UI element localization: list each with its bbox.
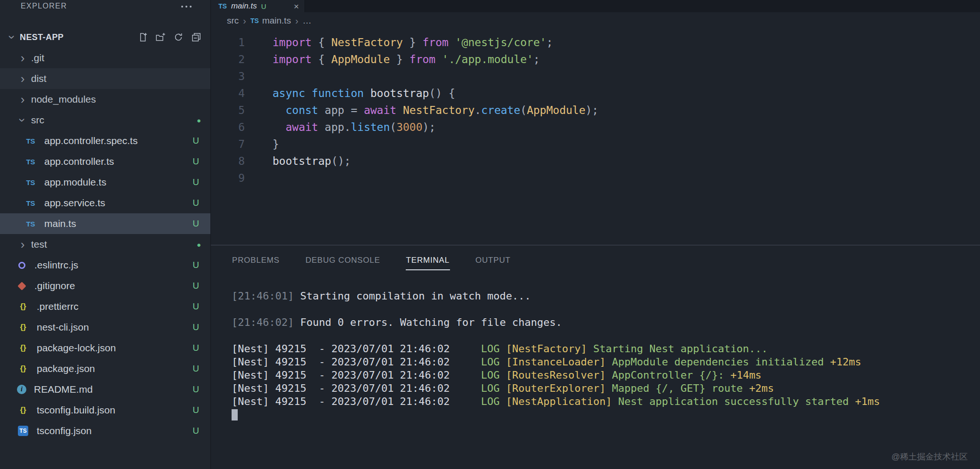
line-number[interactable]: 6: [211, 119, 245, 136]
line-number[interactable]: 4: [211, 85, 245, 102]
terminal-text-segment: AppModule dependencies initialized: [612, 356, 830, 368]
tree-file-app.service.ts[interactable]: TSapp.service.tsU: [0, 193, 210, 213]
json-file-icon: {}: [17, 323, 29, 332]
tab-label: main.ts: [231, 1, 257, 11]
code-token: (: [520, 104, 527, 116]
terminal-text-segment: [21:46:02]: [232, 316, 300, 328]
code-line-4[interactable]: 4async function bootstrap() {: [211, 85, 980, 102]
tree-folder-node_modules[interactable]: ›node_modules: [0, 89, 210, 110]
collapse-folders-icon[interactable]: [192, 32, 201, 42]
code-line-6[interactable]: 6 await app.listen(3000);: [211, 119, 980, 136]
git-untracked-badge: U: [191, 218, 201, 229]
code-token: bootstrap: [370, 87, 429, 99]
panel-tab-output[interactable]: OUTPUT: [475, 251, 511, 270]
code-token: }: [390, 53, 410, 65]
terminal-line-8: [Nest] 49215 - 2023/07/01 21:46:02 LOG […: [232, 382, 980, 395]
tree-file-.eslintrc.js[interactable]: .eslintrc.jsU: [0, 255, 210, 275]
git-untracked-badge: U: [191, 198, 201, 208]
terminal-line-4: [232, 329, 980, 342]
tree-file-package-lock.json[interactable]: {}package-lock.jsonU: [0, 338, 210, 358]
code-token: create: [481, 104, 520, 116]
breadcrumb-ellipsis[interactable]: …: [303, 16, 312, 26]
new-file-icon[interactable]: [138, 32, 147, 42]
terminal-text-segment: LOG: [481, 382, 506, 394]
tab-main-ts[interactable]: TS main.ts U ×: [211, 0, 305, 12]
vscode-window: EXPLORER › NEST-APP ›.git›dist›n: [0, 0, 980, 469]
code-line-9[interactable]: 9: [211, 170, 980, 186]
ts-file-icon: TS: [24, 220, 37, 228]
line-number[interactable]: 3: [211, 68, 245, 85]
terminal-text-segment: [Nest] 49215 - 2023/07/01 21:46:02: [232, 343, 481, 355]
tree-item-label: .git: [31, 52, 44, 64]
tree-file-tsconfig.build.json[interactable]: {}tsconfig.build.jsonU: [0, 400, 210, 420]
code-line-2[interactable]: 2import { AppModule } from './app.module…: [211, 51, 980, 68]
tree-item-label: test: [31, 239, 47, 250]
git-untracked-badge: U: [191, 136, 201, 146]
tree-item-label: app.controller.spec.ts: [44, 135, 137, 146]
tree-file-.prettierrc[interactable]: {}.prettierrcU: [0, 296, 210, 317]
tree-file-.gitignore[interactable]: .gitignoreU: [0, 275, 210, 296]
code-token: bootstrap: [273, 155, 331, 167]
terminal-text-segment: Nest application successfully started: [618, 396, 855, 407]
tree-file-main.ts[interactable]: TSmain.tsU: [0, 213, 210, 234]
tree-item-label: tsconfig.build.json: [37, 404, 115, 416]
line-number[interactable]: 1: [211, 34, 245, 51]
code-line-8[interactable]: 8bootstrap();: [211, 153, 980, 170]
breadcrumb-item-src[interactable]: src: [227, 16, 239, 26]
tree-file-app.module.ts[interactable]: TSapp.module.tsU: [0, 172, 210, 193]
code-token: './app.module': [442, 53, 533, 65]
terminal-text-segment: +14ms: [731, 369, 762, 381]
tree-folder-test[interactable]: ›test●: [0, 234, 210, 255]
tree-item-label: app.controller.ts: [44, 156, 114, 167]
line-number[interactable]: 9: [211, 170, 245, 186]
code-editor[interactable]: 1import { NestFactory } from '@nestjs/co…: [211, 29, 980, 245]
explorer-title: EXPLORER: [21, 2, 67, 10]
code-line-content: const app = await NestFactory.create(App…: [245, 102, 598, 119]
terminal-text-segment: Found 0 errors. Watching for file change…: [300, 316, 562, 328]
line-number[interactable]: 8: [211, 153, 245, 170]
terminal-text-segment: [Nest] 49215 - 2023/07/01 21:46:02: [232, 396, 481, 407]
tree-folder-.git[interactable]: ›.git: [0, 48, 210, 68]
json-file-icon: {}: [17, 302, 29, 311]
ts-file-icon: TS: [218, 2, 227, 10]
code-line-7[interactable]: 7}: [211, 136, 980, 153]
code-line-3[interactable]: 3: [211, 68, 980, 85]
refresh-icon[interactable]: [174, 32, 183, 42]
tree-file-README.md[interactable]: iREADME.mdU: [0, 379, 210, 400]
panel-tab-terminal[interactable]: TERMINAL: [406, 251, 450, 270]
terminal-line-9: [Nest] 49215 - 2023/07/01 21:46:02 LOG […: [232, 395, 980, 408]
git-untracked-badge: U: [191, 281, 201, 291]
code-line-1[interactable]: 1import { NestFactory } from '@nestjs/co…: [211, 34, 980, 51]
code-token: async: [273, 87, 305, 99]
tree-file-package.json[interactable]: {}package.jsonU: [0, 358, 210, 379]
editor-tab-bar: TS main.ts U ×: [211, 0, 980, 12]
tree-file-nest-cli.json[interactable]: {}nest-cli.jsonU: [0, 317, 210, 338]
tree-folder-dist[interactable]: ›dist: [0, 68, 210, 89]
line-number[interactable]: 2: [211, 51, 245, 68]
workspace-header[interactable]: › NEST-APP: [0, 27, 210, 48]
tree-file-tsconfig.json[interactable]: TStsconfig.jsonU: [0, 420, 210, 441]
new-folder-icon[interactable]: [156, 32, 165, 42]
panel-tab-debug-console[interactable]: DEBUG CONSOLE: [305, 251, 381, 270]
tree-folder-src[interactable]: ›src●: [0, 110, 210, 130]
panel-tab-problems[interactable]: PROBLEMS: [232, 251, 280, 270]
line-number[interactable]: 5: [211, 102, 245, 119]
chevron-right-icon: ›: [17, 239, 28, 250]
git-untracked-badge: U: [191, 405, 201, 415]
tree-item-label: .prettierrc: [37, 301, 79, 312]
breadcrumb-item-main-ts[interactable]: TS main.ts: [250, 16, 291, 26]
bottom-panel: PROBLEMSDEBUG CONSOLETERMINALOUTPUT [21:…: [211, 245, 980, 469]
git-untracked-badge: U: [191, 343, 201, 353]
tree-file-app.controller.ts[interactable]: TSapp.controller.tsU: [0, 151, 210, 172]
more-actions-icon[interactable]: [181, 6, 192, 8]
terminal-output[interactable]: [21:46:01] Starting compilation in watch…: [211, 276, 980, 469]
watermark: @稀土掘金技术社区: [892, 451, 968, 462]
tree-file-app.controller.spec.ts[interactable]: TSapp.controller.spec.tsU: [0, 130, 210, 151]
close-icon[interactable]: ×: [294, 2, 299, 11]
code-line-5[interactable]: 5 const app = await NestFactory.create(A…: [211, 102, 980, 119]
code-token: .: [474, 104, 481, 116]
code-line-content: [245, 170, 273, 186]
git-untracked-badge: U: [191, 301, 201, 312]
line-number[interactable]: 7: [211, 136, 245, 153]
terminal-text-segment: Starting compilation in watch mode...: [300, 290, 531, 302]
